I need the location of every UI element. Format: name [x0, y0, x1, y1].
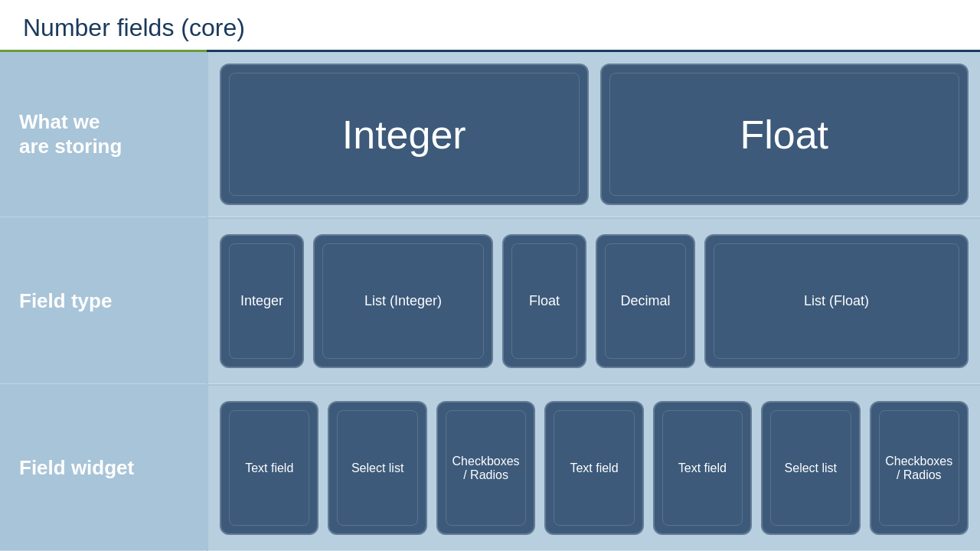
card-widget-textfield-1: Text field	[220, 401, 318, 535]
card-integer: Integer	[220, 64, 589, 205]
card-float-label: Float	[740, 112, 828, 158]
card-widget-textfield-2: Text field	[544, 401, 643, 535]
card-widget-selectlist-2: Select list	[761, 401, 860, 535]
card-widget-textfield-2-label: Text field	[570, 461, 618, 475]
card-field-list-float-label: List (Float)	[804, 293, 869, 309]
row-content-storing: Integer Float	[208, 52, 980, 217]
card-widget-selectlist-2-label: Select list	[785, 461, 837, 475]
card-widget-checkboxes-1-label: Checkboxes / Radios	[452, 455, 520, 482]
card-widget-textfield-3-label: Text field	[678, 461, 727, 475]
card-widget-textfield-1-label: Text field	[245, 461, 293, 475]
card-field-float: Float	[502, 234, 586, 368]
row-label-widget-text: Field widget	[19, 456, 134, 480]
card-field-float-label: Float	[529, 293, 560, 309]
card-field-integer: Integer	[220, 234, 304, 368]
card-float: Float	[600, 64, 969, 205]
card-widget-checkboxes-2-label: Checkboxes / Radios	[885, 455, 952, 482]
row-label-fieldtype: Field type	[0, 219, 207, 384]
row-label-storing-text: What weare storing	[19, 110, 122, 158]
card-field-list-integer-label: List (Integer)	[364, 293, 442, 309]
row-content-fieldtype: Integer List (Integer) Float Decimal Lis…	[208, 219, 980, 384]
page-container: Number fields (core) What weare storing …	[0, 0, 980, 551]
row-label-storing: What weare storing	[0, 52, 207, 217]
card-integer-label: Integer	[342, 112, 466, 158]
row-label-widget: Field widget	[0, 386, 207, 551]
card-field-list-float: List (Float)	[704, 234, 969, 368]
page-title: Number fields (core)	[23, 14, 957, 42]
card-widget-selectlist-1-label: Select list	[351, 461, 403, 475]
card-widget-selectlist-1: Select list	[328, 401, 426, 535]
card-field-integer-label: Integer	[240, 293, 283, 309]
grid-container: What weare storing Integer Float Field t…	[0, 52, 980, 551]
card-field-decimal-label: Decimal	[620, 293, 670, 309]
card-widget-textfield-3: Text field	[653, 401, 752, 535]
card-field-list-integer: List (Integer)	[313, 234, 493, 368]
card-widget-checkboxes-2: Checkboxes / Radios	[870, 401, 969, 535]
card-widget-checkboxes-1: Checkboxes / Radios	[436, 401, 535, 535]
card-field-decimal: Decimal	[596, 234, 695, 368]
row-label-fieldtype-text: Field type	[19, 289, 112, 313]
row-content-widget: Text field Select list Checkboxes / Radi…	[208, 386, 980, 551]
title-bar: Number fields (core)	[0, 0, 980, 50]
